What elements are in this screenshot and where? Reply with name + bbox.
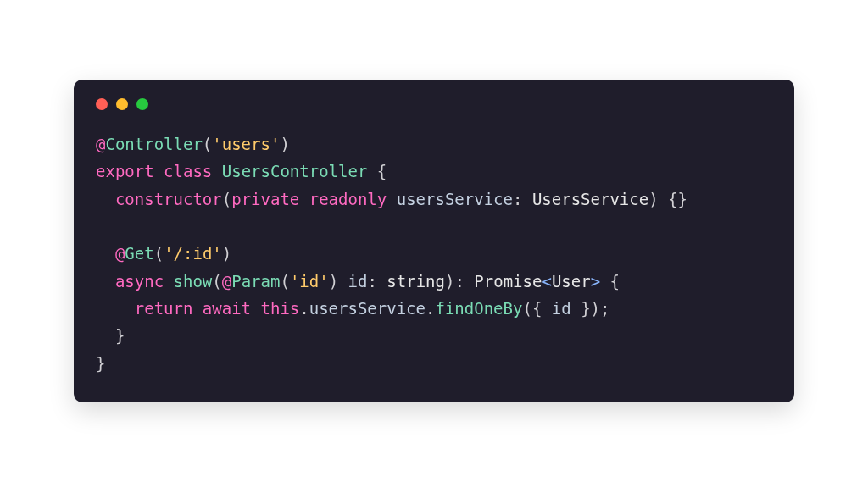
method-name: findOneBy	[435, 299, 522, 318]
paren-open: (	[154, 244, 164, 263]
keyword-private: private	[231, 190, 299, 208]
code-line-6: async show(@Param('id') id: string): Pro…	[96, 272, 620, 291]
colon: :	[513, 190, 522, 208]
keyword-async: async	[115, 272, 164, 291]
code-line-1: @Controller('users')	[96, 135, 290, 153]
paren-close: )	[445, 272, 454, 291]
decorator-name: Get	[125, 244, 153, 263]
brace-open: {	[532, 299, 542, 318]
decorator-name: Controller	[105, 135, 202, 153]
keyword-this: this	[261, 299, 300, 318]
window-controls	[96, 98, 772, 110]
indent	[96, 326, 115, 345]
paren-open: (	[212, 272, 221, 291]
zoom-icon[interactable]	[136, 98, 148, 110]
shorthand-key: id	[552, 299, 571, 318]
code-line-7: return await this.usersService.findOneBy…	[96, 299, 609, 318]
param-name: id	[348, 272, 368, 291]
code-line-2: export class UsersController {	[96, 162, 387, 180]
paren-close: )	[222, 244, 231, 263]
type-name: string	[387, 272, 445, 291]
minimize-icon[interactable]	[116, 98, 128, 110]
code-line-9: }	[96, 354, 105, 373]
decorator-at: @	[96, 135, 105, 153]
constructor-keyword: constructor	[115, 190, 222, 208]
paren-close: )	[329, 272, 338, 291]
colon: :	[454, 272, 464, 291]
keyword-return: return	[135, 299, 193, 318]
dot: .	[299, 299, 309, 318]
code-line-5: @Get('/:id')	[96, 244, 231, 263]
paren-open: (	[222, 190, 231, 208]
string-literal: 'users'	[212, 135, 280, 153]
param-name: usersService	[397, 190, 513, 208]
paren-open: (	[203, 135, 212, 153]
angle-close: >	[591, 272, 600, 291]
type-name: UsersService	[532, 190, 648, 208]
paren-open: (	[280, 272, 289, 291]
brace-open: {	[377, 162, 387, 180]
empty-body: {}	[668, 190, 687, 208]
indent	[96, 190, 115, 208]
indent	[96, 244, 115, 263]
decorator-at: @	[115, 244, 125, 263]
keyword-export: export	[96, 162, 154, 180]
string-literal: '/:id'	[164, 244, 222, 263]
indent	[96, 272, 115, 291]
code-block: @Controller('users') export class UsersC…	[96, 130, 772, 377]
paren-close: )	[591, 299, 600, 318]
paren-open: (	[522, 299, 531, 318]
angle-open: <	[542, 272, 551, 291]
code-line-8: }	[96, 326, 125, 345]
paren-close: )	[280, 135, 289, 153]
code-line-3: constructor(private readonly usersServic…	[96, 190, 687, 208]
close-icon[interactable]	[96, 98, 108, 110]
code-window: @Controller('users') export class UsersC…	[74, 80, 794, 402]
semicolon: ;	[600, 299, 609, 318]
method-name: show	[174, 272, 213, 291]
string-literal: 'id'	[290, 272, 329, 291]
brace-close: }	[581, 299, 590, 318]
brace-open: {	[610, 272, 620, 291]
type-name: Promise	[474, 272, 542, 291]
class-name: UsersController	[222, 162, 368, 180]
keyword-readonly: readonly	[309, 190, 387, 208]
generic-type: User	[552, 272, 591, 291]
keyword-await: await	[203, 299, 251, 318]
property: usersService	[309, 299, 426, 318]
decorator-name: Param	[231, 272, 280, 291]
brace-close: }	[115, 326, 125, 345]
paren-close: )	[648, 190, 658, 208]
keyword-class: class	[164, 162, 212, 180]
colon: :	[367, 272, 376, 291]
dot: .	[426, 299, 435, 318]
indent	[96, 299, 135, 318]
decorator-at: @	[222, 272, 231, 291]
brace-close: }	[96, 354, 105, 373]
